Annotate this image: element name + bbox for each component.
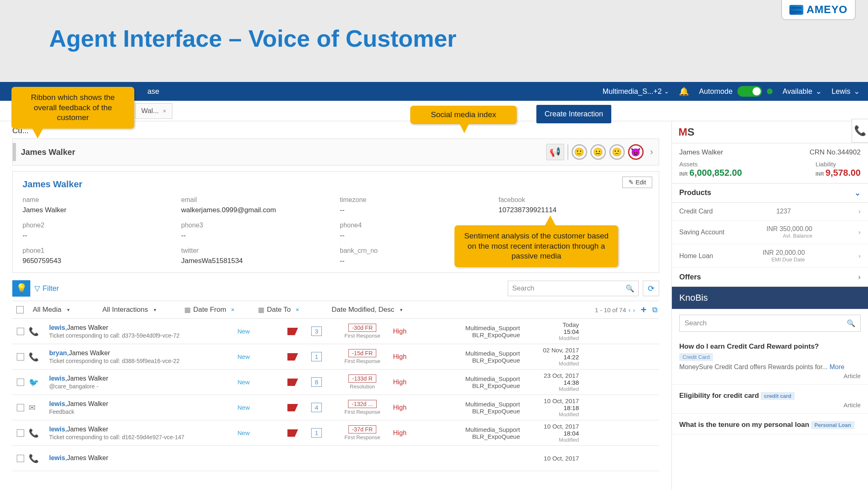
field-value: -- <box>340 206 491 214</box>
status-label: New <box>237 353 274 360</box>
field-value: 9650759543 <box>23 257 173 265</box>
lightbulb-icon[interactable]: 💡 <box>12 280 30 297</box>
sad-face-icon[interactable]: 🙁 <box>609 144 625 160</box>
phone-icon: 📞 <box>29 352 49 362</box>
status-label: New <box>237 404 274 411</box>
field-value: James Walker <box>23 206 173 214</box>
create-interaction-button[interactable]: Create Interaction <box>536 105 611 123</box>
row-checkbox[interactable] <box>17 404 24 411</box>
moneysure-logo: MS <box>672 121 868 143</box>
row-checkbox[interactable] <box>17 455 24 462</box>
date-from-label: Date From <box>193 306 226 314</box>
profile-selector[interactable]: Multimedia_S...+2⌄ <box>603 87 669 96</box>
availability-selector[interactable]: Available⌄ <box>782 87 822 96</box>
grid-header: All Media All Interactions ▦Date From× ▦… <box>12 301 659 319</box>
angry-face-icon[interactable]: 😈 <box>628 144 644 160</box>
product-name: Home Loan <box>679 252 713 260</box>
assets-label: Assets <box>679 161 742 168</box>
sla-badge: -132d ... <box>348 400 376 408</box>
neutral-face-icon[interactable]: 😐 <box>590 144 606 160</box>
filter-icon: ▽ <box>34 284 40 293</box>
select-all-checkbox[interactable] <box>16 306 24 313</box>
row-checkbox[interactable] <box>17 353 24 361</box>
search-input[interactable]: Search 🔍 <box>508 281 639 296</box>
offers-header[interactable]: Offers › <box>672 268 868 287</box>
row-checkbox[interactable] <box>17 429 24 437</box>
table-row[interactable]: 🐦 lewis,James Walker@care_bangalore - Ne… <box>12 370 659 395</box>
row-checkbox[interactable] <box>17 379 24 386</box>
product-row[interactable]: Saving AccountINR 350,000.00Avl. Balance… <box>672 220 868 244</box>
field-value: -- <box>23 231 173 240</box>
row-checkbox[interactable] <box>17 328 24 335</box>
product-name: Credit Card <box>679 208 713 215</box>
table-row[interactable]: 📞 lewis,James WalkerTicket corresponding… <box>12 319 659 344</box>
product-row[interactable]: Home LoanINR 20,000.00EMI Due Date› <box>672 244 868 268</box>
email-icon: ✉ <box>29 403 49 413</box>
kb-article[interactable]: How do I earn Credit Card Reward points?… <box>672 338 868 385</box>
count-badge: 1 <box>311 352 322 361</box>
products-header[interactable]: Products ⌄ <box>672 184 868 203</box>
search-icon: 🔍 <box>626 284 634 293</box>
add-button[interactable]: + <box>641 304 646 315</box>
smile-face-icon[interactable]: 🙂 <box>572 144 587 160</box>
chevron-down-icon: ⌄ <box>664 88 669 95</box>
search-icon: 🔍 <box>847 319 855 328</box>
next-page-icon[interactable]: › <box>633 306 635 313</box>
priority-label: High <box>393 429 430 437</box>
count-badge: 1 <box>311 428 322 438</box>
sla-badge: -133d R <box>348 374 376 383</box>
edit-button[interactable]: ✎ Edit <box>622 177 652 188</box>
product-row[interactable]: Credit Card1237› <box>672 203 868 220</box>
count-badge: 3 <box>311 327 322 336</box>
chevron-down-icon: ⌄ <box>816 87 822 96</box>
field-value: -- <box>181 231 332 240</box>
prev-page-icon[interactable]: ‹ <box>628 306 631 313</box>
priority-label: High <box>393 353 430 361</box>
sort-selector[interactable]: Date Modified, Desc <box>328 306 426 314</box>
automode-label: Automode <box>699 87 732 96</box>
bell-icon[interactable]: 🔔 <box>679 86 689 96</box>
chevron-right-icon: › <box>859 208 861 215</box>
field-label: phone2 <box>23 222 173 229</box>
kb-article[interactable]: What is the tenure on my personal loan P… <box>672 414 868 434</box>
table-row[interactable]: 📞 bryan,James WalkerTicket corresponding… <box>12 344 659 370</box>
tab-label: Wal... <box>141 107 159 115</box>
right-panel: MS James Walker CRN No.344902 Assets INR… <box>671 121 868 490</box>
megaphone-icon[interactable]: 📢 <box>546 144 564 160</box>
separator <box>567 144 568 160</box>
priority-label: High <box>393 404 430 411</box>
date-from-input[interactable]: ▦Date From× <box>180 306 254 314</box>
interactions-filter[interactable]: All Interactions <box>98 306 180 314</box>
table-row[interactable]: ✉ lewis,James WalkerFeedback New 4 -132d… <box>12 395 659 420</box>
table-row[interactable]: 📞 lewis,James WalkerTicket corresponding… <box>12 420 659 446</box>
popout-icon[interactable]: ⧉ <box>652 306 658 314</box>
automode-toggle[interactable]: Automode <box>699 86 773 97</box>
kb-article[interactable]: Eligibility for credit card credit card … <box>672 385 868 414</box>
chevron-right-icon[interactable]: › <box>647 147 653 157</box>
tab-customer[interactable]: Wal... × <box>135 103 172 119</box>
user-menu[interactable]: Lewis⌄ <box>832 87 860 96</box>
field-value: walkerjames.0999@gmail.com <box>181 206 332 214</box>
flag-icon <box>287 429 298 437</box>
ameyo-logo-icon <box>789 5 803 15</box>
media-filter[interactable]: All Media <box>29 306 98 314</box>
close-icon[interactable]: × <box>163 108 166 114</box>
date-to-input[interactable]: ▦Date To× <box>254 306 328 314</box>
filter-button[interactable]: ▽ Filter <box>34 284 59 293</box>
flag-icon <box>287 379 298 386</box>
table-row[interactable]: 📞 lewis,James Walker 10 Oct, 2017 <box>12 446 659 471</box>
clear-icon[interactable]: × <box>231 306 234 313</box>
breadcrumb-fragment: ase <box>147 87 159 96</box>
toggle-switch-icon[interactable] <box>737 86 762 97</box>
status-label: New <box>237 429 274 436</box>
clear-icon[interactable]: × <box>296 306 299 313</box>
chevron-right-icon: › <box>858 273 861 281</box>
field-label: phone1 <box>23 247 173 254</box>
refresh-button[interactable]: ⟳ <box>643 281 659 296</box>
ribbon-customer-name: James Walker <box>21 147 75 157</box>
pager-label: 1 - 10 of 74 <box>595 306 626 313</box>
status-label: New <box>237 328 274 335</box>
field-label: timezone <box>340 196 491 204</box>
phone-tab-icon[interactable]: 📞 <box>852 119 868 143</box>
kb-search-input[interactable]: Search 🔍 <box>679 315 861 332</box>
